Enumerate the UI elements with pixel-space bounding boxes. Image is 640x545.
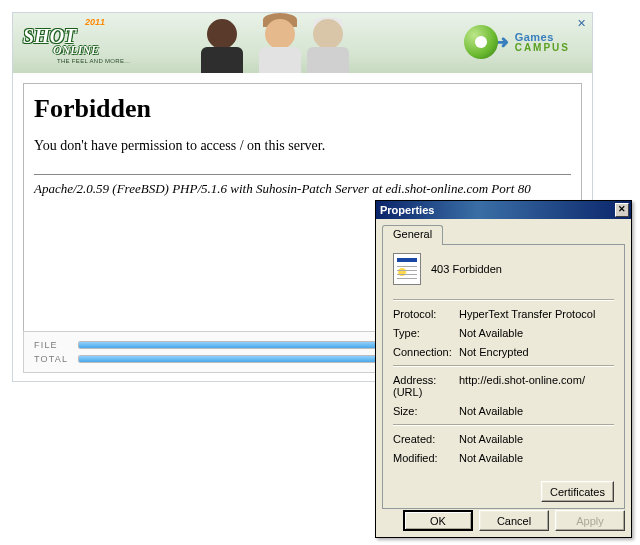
properties-close-button[interactable]: ✕ xyxy=(615,203,629,217)
games-campus-icon xyxy=(464,25,498,59)
character-1 xyxy=(193,13,251,73)
shot-online-logo: 2011 SHOT ONLINE THE FEEL AND MORE... xyxy=(23,17,130,64)
separator xyxy=(393,424,614,426)
field-created: Created:Not Available xyxy=(393,433,614,445)
divider xyxy=(34,174,571,175)
games-campus-logo: ➜ Games CAMPUS xyxy=(464,25,570,59)
certificates-button[interactable]: Certificates xyxy=(541,481,614,502)
error-message: You don't have permission to access / on… xyxy=(34,138,571,154)
server-signature: Apache/2.0.59 (FreeBSD) PHP/5.1.6 with S… xyxy=(34,181,571,197)
field-size: Size:Not Available xyxy=(393,405,614,417)
field-type: Type:Not Available xyxy=(393,327,614,339)
tab-panel-general: 403 Forbidden Protocol:HyperText Transfe… xyxy=(382,245,625,509)
logo-year: 2011 xyxy=(85,17,105,27)
character-3 xyxy=(299,13,357,73)
logo-tagline: THE FEEL AND MORE... xyxy=(57,58,130,64)
field-connection: Connection:Not Encrypted xyxy=(393,346,614,358)
error-heading: Forbidden xyxy=(34,94,571,124)
properties-title-text: Properties xyxy=(380,204,615,216)
tab-general[interactable]: General xyxy=(382,225,443,245)
cancel-button[interactable]: Cancel xyxy=(479,510,549,531)
total-progress-label: TOTAL xyxy=(34,354,78,364)
separator xyxy=(393,365,614,367)
file-progress-label: FILE xyxy=(34,340,78,350)
document-icon xyxy=(393,253,421,285)
document-title: 403 Forbidden xyxy=(431,263,502,275)
gc-line2: CAMPUS xyxy=(515,43,570,53)
field-modified: Modified:Not Available xyxy=(393,452,614,464)
logo-sub: ONLINE xyxy=(53,43,99,58)
launcher-header: 2011 SHOT ONLINE THE FEEL AND MORE... ➜ … xyxy=(13,13,592,73)
header-characters xyxy=(193,13,357,73)
tab-strip: General xyxy=(382,225,625,245)
properties-body: General 403 Forbidden Protocol:HyperText… xyxy=(376,219,631,515)
ok-button[interactable]: OK xyxy=(403,510,473,531)
properties-dialog[interactable]: Properties ✕ General 403 Forbidden Proto… xyxy=(375,200,632,538)
gc-line1: Games xyxy=(515,32,570,43)
properties-titlebar[interactable]: Properties ✕ xyxy=(376,201,631,219)
field-protocol: Protocol:HyperText Transfer Protocol xyxy=(393,308,614,320)
field-address: Address: (URL)http://edi.shot-online.com… xyxy=(393,374,614,398)
launcher-close-button[interactable]: ✕ xyxy=(574,17,588,31)
apply-button[interactable]: Apply xyxy=(555,510,625,531)
total-progress-fill xyxy=(79,356,375,362)
separator xyxy=(393,299,614,301)
properties-button-row: OK Cancel Apply xyxy=(403,510,625,531)
